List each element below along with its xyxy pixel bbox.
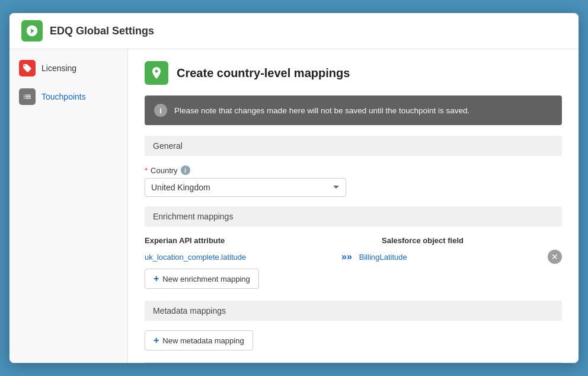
- general-section-header: General: [145, 136, 562, 156]
- sidebar-item-licensing[interactable]: Licensing: [9, 54, 127, 82]
- plus-icon-metadata: +: [154, 335, 159, 346]
- mapping-arrow-icon: »»: [341, 251, 352, 262]
- table-headers: Experian API attribute Salesforce object…: [145, 236, 562, 245]
- page-header: Create country-level mappings: [145, 61, 562, 85]
- list-icon: [19, 88, 36, 105]
- metadata-section: Metadata mappings + New metadata mapping: [145, 301, 562, 350]
- info-banner-text: Please note that changes made here will …: [174, 106, 469, 115]
- enrichment-section: Enrichment mappings Experian API attribu…: [145, 206, 562, 289]
- sidebar-licensing-label: Licensing: [41, 63, 76, 73]
- required-indicator: *: [145, 166, 148, 175]
- metadata-section-header: Metadata mappings: [145, 301, 562, 321]
- app-window: EDQ Global Settings Licensing Touchpoint…: [9, 13, 579, 363]
- country-info-icon[interactable]: i: [181, 165, 190, 175]
- country-label: * Country i: [145, 165, 562, 175]
- plus-icon: +: [154, 273, 159, 284]
- add-enrichment-label: New enrichment mapping: [162, 275, 250, 283]
- info-icon: i: [154, 104, 167, 117]
- app-title: EDQ Global Settings: [50, 25, 154, 37]
- page-header-icon: [145, 61, 168, 85]
- app-body: Licensing Touchpoints Create country-lev…: [9, 49, 579, 363]
- main-content: Create country-level mappings i Please n…: [128, 49, 579, 363]
- enrichment-section-header: Enrichment mappings: [145, 206, 562, 227]
- footer-divider: [145, 362, 562, 363]
- info-banner: i Please note that changes made here wil…: [145, 95, 562, 125]
- sf-field-header: Salesforce object field: [382, 236, 562, 245]
- add-metadata-mapping-button[interactable]: + New metadata mapping: [145, 330, 253, 350]
- country-select[interactable]: United Kingdom United States Australia C…: [145, 178, 346, 197]
- sidebar: Licensing Touchpoints: [9, 49, 128, 363]
- table-row: uk_location_complete.latitude »» Billing…: [145, 250, 562, 264]
- api-attribute-value[interactable]: uk_location_complete.latitude: [145, 253, 334, 262]
- arrow-spacer: [346, 236, 382, 245]
- page-title: Create country-level mappings: [177, 66, 350, 80]
- country-label-text: Country: [151, 166, 178, 175]
- api-attr-header: Experian API attribute: [145, 236, 346, 245]
- sidebar-touchpoints-label: Touchpoints: [41, 92, 86, 101]
- country-form-group: * Country i United Kingdom United States…: [145, 165, 562, 197]
- title-bar: EDQ Global Settings: [9, 13, 579, 49]
- sf-field-value[interactable]: BillingLatitude: [359, 253, 541, 262]
- delete-mapping-button[interactable]: ✕: [548, 250, 562, 264]
- tag-icon: [19, 60, 36, 77]
- sidebar-item-touchpoints[interactable]: Touchpoints: [9, 82, 127, 111]
- add-metadata-label: New metadata mapping: [162, 336, 244, 345]
- add-enrichment-mapping-button[interactable]: + New enrichment mapping: [145, 269, 259, 289]
- app-icon: [21, 20, 43, 42]
